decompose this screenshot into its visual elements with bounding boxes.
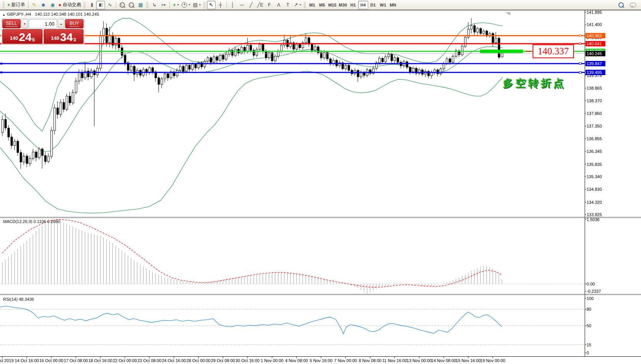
dropdown-icon: ▾ bbox=[177, 3, 179, 7]
autotrading-icon: ● bbox=[59, 2, 62, 7]
buy-price-box[interactable]: 140343 bbox=[44, 29, 84, 44]
timeframe-M30[interactable]: M30 bbox=[338, 1, 348, 9]
templates-button[interactable]: ▤ ▾ bbox=[192, 1, 202, 9]
autoscroll-icon: ↳ bbox=[152, 2, 157, 7]
svg-text:140.641: 140.641 bbox=[587, 41, 602, 46]
terminal-button[interactable]: ☻ bbox=[39, 1, 48, 9]
volume-increase-button[interactable]: ▲ bbox=[58, 19, 64, 28]
text-label-tool-button[interactable]: T bbox=[284, 1, 292, 9]
tile-windows-button[interactable]: ▦ bbox=[136, 1, 145, 9]
chart-canvas[interactable]: 141.895141.400140.890139.375138.865138.3… bbox=[0, 10, 641, 364]
symbol-title: ▲GBPJPY-,H4140.110 140.348 140.101 140.2… bbox=[2, 12, 99, 16]
zoom-out-button[interactable]: − bbox=[127, 1, 136, 9]
cursor-tool-button[interactable]: ↖ bbox=[207, 1, 216, 9]
channel-icon: ╱E bbox=[257, 2, 264, 7]
new-order-label: 新订单 bbox=[11, 2, 25, 8]
cursor-icon: ↖ bbox=[209, 2, 213, 7]
highlight-band[interactable] bbox=[480, 49, 523, 53]
spin-up-icon: ▲ bbox=[60, 23, 62, 25]
volume-decrease-button[interactable]: ▼ bbox=[21, 19, 28, 28]
arrows-tool-button[interactable]: ↗ ▾ bbox=[293, 1, 302, 9]
timeframe-D1[interactable]: D1 bbox=[368, 1, 378, 9]
svg-text:14 Oct 16:00: 14 Oct 16:00 bbox=[15, 358, 39, 363]
svg-text:140.962: 140.962 bbox=[587, 33, 602, 38]
svg-text:15: 15 bbox=[587, 343, 591, 347]
timeframe-M15[interactable]: M15 bbox=[327, 1, 338, 9]
svg-text:135.340: 135.340 bbox=[587, 174, 602, 179]
channel-tool-button[interactable]: ╱E bbox=[256, 1, 265, 9]
svg-text:133.825: 133.825 bbox=[587, 212, 602, 217]
buy-button[interactable]: BUY bbox=[65, 19, 84, 28]
one-click-trade-panel: SELL ▼ ▲ BUY 140245 140343 bbox=[1, 18, 85, 45]
timeframe-M1[interactable]: M1 bbox=[307, 1, 317, 9]
sell-price-point: 5 bbox=[32, 37, 35, 43]
timeframe-MN[interactable]: MN bbox=[388, 1, 398, 9]
timeframe-H1[interactable]: H1 bbox=[348, 1, 358, 9]
sell-button[interactable]: SELL bbox=[2, 19, 21, 28]
zoom-in-button[interactable]: + bbox=[118, 1, 126, 9]
svg-text:16 Oct 00:00: 16 Oct 00:00 bbox=[39, 358, 64, 363]
trendline-tool-button[interactable]: ╱ bbox=[247, 1, 256, 9]
text-tool-button[interactable]: A bbox=[274, 1, 283, 9]
buy-price-point: 3 bbox=[73, 37, 76, 43]
fibonacci-icon: F bbox=[268, 2, 271, 7]
dropdown-icon: ▾ bbox=[300, 3, 301, 7]
turning-point-annotation: 多空转折点 bbox=[503, 76, 566, 90]
candlestick-icon: ▮▯ bbox=[99, 2, 103, 7]
svg-text:-0.2337: -0.2337 bbox=[587, 289, 601, 293]
periods-button[interactable]: ▾ bbox=[180, 1, 191, 9]
svg-text:137.350: 137.350 bbox=[587, 124, 602, 128]
buy-price-pips: 34 bbox=[60, 32, 73, 43]
candlestick-chart-button[interactable]: ▮▯ bbox=[96, 1, 105, 9]
text-label-icon: T bbox=[286, 2, 289, 7]
volume-input[interactable] bbox=[29, 19, 57, 28]
autotrading-button[interactable]: ● 自动交易 bbox=[57, 1, 82, 9]
svg-text:22 Oct 00:00: 22 Oct 00:00 bbox=[113, 358, 137, 363]
sell-price-box[interactable]: 140245 bbox=[2, 29, 43, 44]
line-chart-icon: ∿ bbox=[108, 2, 112, 7]
svg-text:13 Nov 00:00: 13 Nov 00:00 bbox=[407, 358, 431, 363]
template-icon: ▤ bbox=[193, 2, 197, 7]
price-callout-label[interactable]: 140.337 bbox=[533, 44, 574, 58]
collapse-icon: ▲ bbox=[2, 13, 5, 16]
svg-text:80: 80 bbox=[587, 307, 591, 312]
fibonacci-tool-button[interactable]: F bbox=[265, 1, 274, 9]
timeframe-M5[interactable]: M5 bbox=[317, 1, 327, 9]
chart-shift-button[interactable]: ↦ bbox=[159, 1, 168, 9]
signal-icon: ◉ bbox=[50, 2, 54, 7]
vertical-line-tool-button[interactable]: │ bbox=[228, 1, 237, 9]
chat-icon bbox=[630, 3, 636, 7]
signals-button[interactable]: ◉ bbox=[48, 1, 57, 9]
svg-text:50: 50 bbox=[587, 323, 591, 328]
horizontal-line-icon: ─ bbox=[240, 2, 244, 7]
toolbar-grip[interactable] bbox=[3, 2, 5, 8]
svg-text:138.370: 138.370 bbox=[587, 98, 602, 103]
new-order-button[interactable]: + 新订单 bbox=[6, 1, 26, 9]
svg-text:140.245: 140.245 bbox=[587, 51, 602, 56]
bar-chart-button[interactable]: ||| bbox=[87, 1, 96, 9]
autoscroll-button[interactable]: ↳ bbox=[150, 1, 159, 9]
indicators-button[interactable]: + ▾ bbox=[171, 1, 180, 9]
svg-text:29 Oct 08:00: 29 Oct 08:00 bbox=[211, 358, 235, 363]
search-button[interactable] bbox=[616, 1, 625, 9]
autotrading-label: 自动交易 bbox=[62, 2, 81, 8]
vertical-line-icon: │ bbox=[231, 2, 234, 7]
symbol-name: GBPJPY-,H4 bbox=[7, 12, 31, 16]
horizontal-line-tool-button[interactable]: ─ bbox=[238, 1, 246, 9]
svg-text:8 Nov 08:00: 8 Nov 08:00 bbox=[359, 358, 381, 363]
chat-button[interactable] bbox=[628, 1, 637, 9]
svg-text:141.895: 141.895 bbox=[587, 10, 602, 15]
timeframe-W1[interactable]: W1 bbox=[378, 1, 388, 9]
crosshair-tool-button[interactable]: ┼ bbox=[216, 1, 225, 9]
svg-text:134.320: 134.320 bbox=[587, 200, 602, 205]
timeframe-H4[interactable]: H4 bbox=[358, 1, 368, 9]
sell-price-major: 140 bbox=[10, 35, 18, 41]
svg-text:135.835: 135.835 bbox=[587, 162, 602, 167]
styler-button[interactable]: ✎ bbox=[30, 1, 39, 9]
svg-text:11 Nov 16:00: 11 Nov 16:00 bbox=[382, 358, 407, 363]
line-chart-button[interactable]: ∿ bbox=[105, 1, 114, 9]
zoom-out-icon: − bbox=[129, 2, 134, 8]
svg-text:15 Nov 16:00: 15 Nov 16:00 bbox=[456, 358, 480, 363]
svg-text:4 Nov 08:00: 4 Nov 08:00 bbox=[285, 358, 308, 363]
svg-text:134.830: 134.830 bbox=[587, 187, 602, 192]
